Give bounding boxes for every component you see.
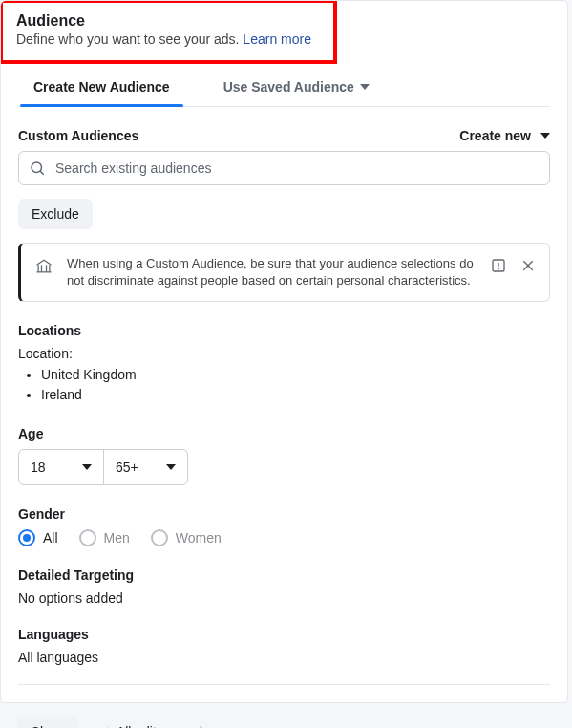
age-label: Age [18,426,550,441]
tab-create-new-audience[interactable]: Create New Audience [20,70,183,106]
close-button[interactable]: Close [17,717,78,728]
gender-radio-men[interactable]: Men [79,529,130,546]
create-new-label: Create new [459,128,531,143]
checkmark-icon [95,724,111,728]
tab-use-saved-audience[interactable]: Use Saved Audience [210,70,383,106]
list-item: United Kingdom [41,365,550,385]
detailed-targeting-label: Detailed Targeting [18,567,550,583]
custom-audiences-row: Custom Audiences Create new [18,128,550,143]
search-audiences-field[interactable] [18,151,550,185]
svg-line-1 [40,171,44,175]
languages-value: All languages [18,650,550,665]
exclude-button[interactable]: Exclude [18,199,93,229]
gender-options: All Men Women [18,529,550,546]
divider [18,684,550,685]
custom-audiences-label: Custom Audiences [18,128,138,143]
svg-point-9 [498,268,499,269]
section-subtitle: Define who you want to see your ads. Lea… [16,32,320,47]
tab-saved-label: Use Saved Audience [223,79,354,95]
age-max-select[interactable]: 65+ [103,450,187,484]
section-title: Audience [16,12,320,30]
notice-text: When using a Custom Audience, be sure th… [67,255,477,289]
audience-header-highlight: Audience Define who you want to see your… [0,0,337,64]
locations-list: United Kingdom Ireland [18,365,550,405]
list-item: Ireland [41,385,550,405]
footer-bar: Close All edits saved [0,703,572,728]
search-icon [29,160,46,177]
chevron-down-icon [360,84,370,90]
building-icon [34,257,53,276]
location-sublabel: Location: [18,346,550,361]
gender-radio-all[interactable]: All [18,529,58,546]
close-icon[interactable] [520,258,536,273]
radio-icon [18,529,35,546]
chevron-down-icon [166,464,176,470]
gender-radio-women[interactable]: Women [151,529,222,546]
radio-icon [79,529,96,546]
locations-label: Locations [18,323,550,338]
audience-tabs: Create New Audience Use Saved Audience [18,70,550,107]
discrimination-notice: When using a Custom Audience, be sure th… [18,243,550,302]
info-alert-icon[interactable] [490,257,507,274]
age-range: 18 65+ [18,449,188,485]
create-new-dropdown[interactable]: Create new [459,128,550,143]
gender-label: Gender [18,506,550,522]
gender-men-label: Men [104,530,130,546]
save-status-text: All edits saved [117,724,202,728]
detailed-targeting-value: No options added [18,590,550,606]
age-min-value: 18 [31,460,46,475]
languages-label: Languages [18,627,550,642]
save-status: All edits saved [95,724,202,728]
age-max-value: 65+ [116,460,138,475]
search-input[interactable] [55,161,540,176]
gender-women-label: Women [176,530,222,546]
svg-point-0 [32,162,42,173]
learn-more-link[interactable]: Learn more [243,32,311,47]
audience-panel: Audience Define who you want to see your… [0,0,568,703]
gender-all-label: All [43,530,58,546]
radio-icon [151,529,168,546]
subtitle-text: Define who you want to see your ads. [16,32,243,47]
chevron-down-icon [82,464,92,470]
age-min-select[interactable]: 18 [19,450,103,484]
chevron-down-icon [540,133,550,139]
